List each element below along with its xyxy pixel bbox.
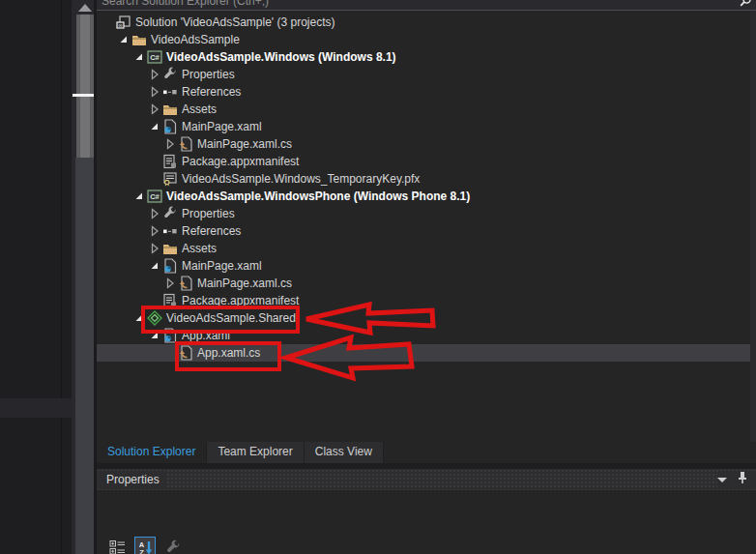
editor-scrollbar-track-lower[interactable] [75, 158, 95, 554]
refs-icon [162, 223, 178, 239]
xaml-icon [162, 258, 178, 274]
shared-icon [147, 310, 162, 326]
pfx-icon [162, 171, 178, 187]
expander-expanded-icon[interactable] [131, 189, 147, 204]
svg-text:C#: C# [150, 192, 160, 201]
expander-expanded-icon[interactable] [147, 119, 162, 134]
expander-expanded-icon[interactable] [147, 258, 162, 274]
tree-item[interactable]: VideoAdsSample.Windows_TemporaryKey.pfx [97, 170, 756, 188]
wrench-icon [162, 67, 178, 82]
csproj-icon: C# [147, 189, 162, 204]
tree-item[interactable]: C#VideoAdsSample.Windows (Windows 8.1) [97, 48, 756, 66]
tree-item-label: VideoAdsSample.Shared [166, 311, 296, 325]
expander-collapsed-icon[interactable] [147, 84, 162, 100]
tree-item-label: VideoAdsSample.WindowsPhone (Windows Pho… [166, 190, 470, 203]
expander-collapsed-icon[interactable] [147, 241, 162, 256]
tree-item-label: Properties [182, 207, 235, 220]
svg-text:C#: C# [150, 53, 160, 62]
csfile-icon [178, 345, 193, 361]
manifest-icon [162, 154, 178, 169]
tree-item[interactable]: Properties [97, 205, 756, 222]
expander-collapsed-icon[interactable] [162, 136, 178, 152]
properties-titlebar[interactable]: Properties [97, 469, 756, 490]
tree-item-label: Package.appxmanifest [182, 155, 299, 168]
csproj-icon: C# [147, 49, 162, 65]
visual-studio-window: Search Solution Explorer (Ctrl+;) ∞Solut… [0, 0, 756, 554]
property-pages-button[interactable] [162, 537, 184, 554]
search-icon[interactable] [739, 0, 752, 11]
tree-item[interactable]: MainPage.xaml [97, 257, 756, 275]
tree-item-label: Solution 'VideoAdsSample' (3 projects) [135, 15, 334, 29]
tree-item[interactable]: Package.appxmanifest [97, 292, 756, 309]
scrollbar-up-arrow-icon[interactable] [78, 4, 92, 12]
tree-item-label: App.xaml [182, 329, 230, 342]
tabstrip-filler [384, 442, 756, 463]
expander-collapsed-icon[interactable] [147, 223, 162, 239]
editor-highlight-band [0, 398, 72, 418]
tree-item-label: Assets [182, 102, 217, 116]
xaml-icon [162, 328, 178, 343]
tree-item-label: MainPage.xaml [182, 259, 262, 273]
tree-item[interactable]: Package.appxmanifest [97, 153, 756, 170]
expander-collapsed-icon[interactable] [147, 67, 162, 82]
properties-title: Properties [97, 471, 167, 488]
tree-item[interactable]: VideoAdsSample.Shared [97, 309, 756, 327]
tree-item[interactable]: MainPage.xaml [97, 118, 756, 135]
tree-item[interactable]: References [97, 222, 756, 240]
expander-collapsed-icon[interactable] [147, 102, 162, 117]
expander-expanded-icon[interactable] [147, 328, 162, 343]
solution-tree: ∞Solution 'VideoAdsSample' (3 projects)V… [97, 11, 756, 442]
expander-spacer [147, 171, 162, 187]
tree-item[interactable]: MainPage.xaml.cs [97, 275, 756, 292]
folder-icon [162, 102, 178, 117]
expander-expanded-icon[interactable] [116, 32, 131, 47]
tree-item-label: Assets [182, 242, 217, 255]
search-placeholder: Search Solution Explorer (Ctrl+;) [102, 0, 269, 9]
search-input[interactable]: Search Solution Explorer (Ctrl+;) [97, 0, 756, 11]
tree-item[interactable]: References [97, 83, 756, 101]
tree-item[interactable]: App.xaml.cs [97, 344, 756, 362]
tree-item[interactable]: ∞Solution 'VideoAdsSample' (3 projects) [97, 14, 756, 31]
expander-expanded-icon[interactable] [131, 310, 147, 326]
tree-item-label: MainPage.xaml.cs [197, 277, 292, 290]
tab-team-explorer[interactable]: Team Explorer [207, 442, 304, 463]
refs-icon [162, 84, 178, 100]
expander-spacer [101, 15, 116, 30]
tree-item-label: App.xaml.cs [197, 346, 260, 360]
tree-item-label: VideoAdsSample.Windows_TemporaryKey.pfx [182, 172, 420, 186]
csfile-icon [178, 276, 193, 291]
xaml-icon [162, 119, 178, 134]
tool-window-tabstrip: Solution ExplorerTeam ExplorerClass View [97, 442, 756, 463]
tree-item[interactable]: VideoAdsSample [97, 31, 756, 48]
wrench-icon [162, 206, 178, 221]
expander-expanded-icon[interactable] [131, 49, 147, 65]
tree-item[interactable]: Properties [97, 66, 756, 83]
sort-alphabetical-button[interactable]: AZ [134, 537, 156, 554]
tree-item[interactable]: Assets [97, 101, 756, 118]
tab-class-view[interactable]: Class View [305, 442, 384, 463]
tree-item[interactable]: Assets [97, 240, 756, 257]
tree-scrollbar-track[interactable] [750, 11, 756, 442]
csfile-icon [178, 136, 193, 152]
expander-collapsed-icon[interactable] [147, 206, 162, 221]
expander-spacer [162, 345, 178, 361]
categorized-button[interactable] [106, 537, 128, 554]
manifest-icon [162, 293, 178, 308]
editor-scrollbar-thumb[interactable] [76, 15, 94, 158]
window-menu-icon[interactable] [717, 478, 727, 482]
tree-item-label: MainPage.xaml.cs [197, 137, 292, 151]
expander-collapsed-icon[interactable] [162, 276, 178, 291]
properties-toolbar: AZ [106, 537, 184, 554]
solution-icon: ∞ [116, 15, 131, 30]
tree-item[interactable]: C#VideoAdsSample.WindowsPhone (Windows P… [97, 188, 756, 205]
tree-item-label: Properties [182, 68, 235, 81]
solution-explorer-panel: Search Solution Explorer (Ctrl+;) ∞Solut… [97, 0, 756, 554]
folder-icon [131, 32, 147, 47]
svg-text:Z: Z [139, 548, 144, 554]
pin-icon[interactable] [737, 471, 748, 488]
tree-item[interactable]: App.xaml [97, 327, 756, 344]
tree-item-label: Package.appxmanifest [182, 294, 299, 307]
tree-item-label: MainPage.xaml [182, 120, 262, 133]
tab-solution-explorer[interactable]: Solution Explorer [97, 442, 207, 463]
tree-item[interactable]: MainPage.xaml.cs [97, 135, 756, 153]
